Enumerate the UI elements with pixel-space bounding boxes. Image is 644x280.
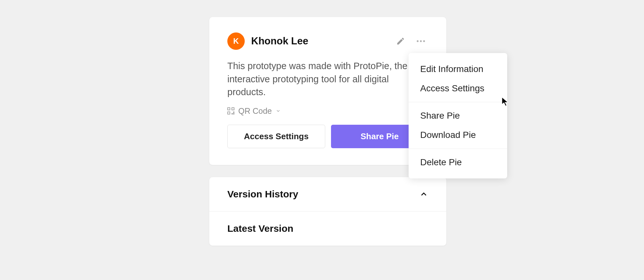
svg-point-1 <box>420 40 422 42</box>
edit-button[interactable] <box>394 35 407 48</box>
qr-code-label: QR Code <box>238 106 272 116</box>
access-settings-button[interactable]: Access Settings <box>227 125 325 148</box>
more-button[interactable] <box>413 34 428 49</box>
version-history-title: Version History <box>227 189 298 200</box>
chevron-up-icon <box>419 190 428 199</box>
svg-point-0 <box>417 40 419 42</box>
qr-code-icon <box>227 107 234 114</box>
menu-access-settings[interactable]: Access Settings <box>409 79 507 98</box>
avatar: K <box>227 32 245 50</box>
card-header: K Khonok Lee <box>227 32 428 50</box>
menu-divider <box>409 149 507 149</box>
dots-horizontal-icon <box>415 36 426 47</box>
menu-share-pie[interactable]: Share Pie <box>409 106 507 125</box>
version-card: Version History Latest Version <box>209 177 446 246</box>
qr-code-toggle[interactable]: QR Code <box>227 106 428 116</box>
latest-version-title: Latest Version <box>227 223 293 234</box>
context-menu: Edit Information Access Settings Share P… <box>409 53 507 178</box>
description-text: This prototype was made with ProtoPie, t… <box>227 59 408 99</box>
author-name: Khonok Lee <box>251 35 388 47</box>
svg-point-2 <box>423 40 425 42</box>
latest-version-row[interactable]: Latest Version <box>209 212 446 246</box>
menu-download-pie[interactable]: Download Pie <box>409 125 507 145</box>
menu-divider <box>409 102 507 102</box>
chevron-down-icon <box>276 108 281 113</box>
menu-delete-pie[interactable]: Delete Pie <box>409 153 507 172</box>
button-row: Access Settings Share Pie <box>227 125 428 148</box>
pencil-icon <box>396 37 405 46</box>
version-history-row[interactable]: Version History <box>209 177 446 212</box>
menu-edit-information[interactable]: Edit Information <box>409 59 507 79</box>
